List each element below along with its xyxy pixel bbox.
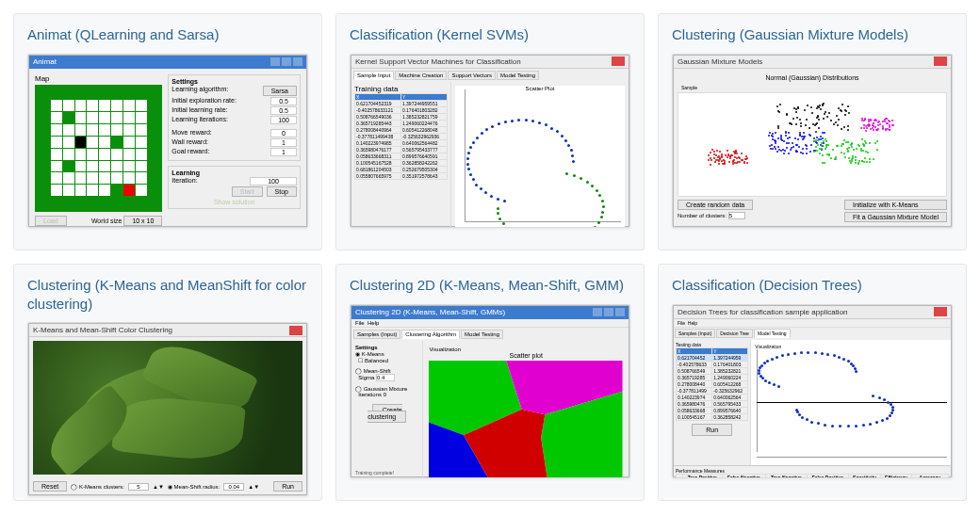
create-random-button[interactable]: Create random data xyxy=(678,200,753,210)
run-button[interactable]: Run xyxy=(273,481,302,492)
voronoi-plot xyxy=(429,361,623,478)
window-title: Animat xyxy=(33,57,57,66)
gmm-scatter-plot xyxy=(678,92,947,197)
lbl: Learning algorithm: xyxy=(172,86,228,96)
card-decision-trees[interactable]: Classification (Decision Trees) Decision… xyxy=(658,264,967,501)
tab[interactable]: Clustering Algorithm xyxy=(401,330,460,339)
learning-label: Learning xyxy=(172,169,200,176)
lbl: Sigma xyxy=(358,375,374,380)
card-title[interactable]: Clustering (Gaussian Mixture Models) xyxy=(672,25,953,44)
start-button[interactable]: Start xyxy=(232,186,263,197)
meanshift-radius-input[interactable] xyxy=(223,483,244,491)
card-animat[interactable]: Animat (QLearning and Sarsa) Animat Map … xyxy=(13,13,322,250)
card-title[interactable]: Classification (Kernel SVMs) xyxy=(350,25,630,44)
move-reward-input[interactable] xyxy=(270,129,297,137)
menu-file[interactable]: File xyxy=(678,320,685,326)
tab[interactable]: Decision Tree xyxy=(716,329,753,338)
thumbnail-animat: Animat Map Load World size 10 x 10 xyxy=(27,54,308,228)
card-clustering-2d[interactable]: Clustering 2D (K-Means, Mean-Shift, GMM)… xyxy=(335,264,645,501)
thumbnail-gmm: Gaussian Mixture Models Normal (Gaussian… xyxy=(672,54,953,228)
spinner-icon[interactable]: ▲▼ xyxy=(248,484,259,490)
svm-scatter-plot: Scatter Plot xyxy=(455,86,625,228)
animat-grid xyxy=(35,85,162,212)
lbl: Learning iterations: xyxy=(172,116,228,124)
settings-label: Settings xyxy=(355,345,378,350)
thumbnail-color-clustering: K-Means and Mean-Shift Color Clustering … xyxy=(27,322,308,496)
tab[interactable]: Model Testing xyxy=(461,330,503,339)
tab[interactable]: Machine Creation xyxy=(395,71,447,80)
kmeans-radio[interactable]: K-Means xyxy=(362,351,384,357)
card-gmm[interactable]: Clustering (Gaussian Mixture Models) Gau… xyxy=(658,13,967,250)
load-button[interactable]: Load xyxy=(35,216,67,226)
learning-rate-input[interactable] xyxy=(270,106,297,115)
window-title: Decision Trees for classification sample… xyxy=(678,308,848,316)
menu-help[interactable]: Help xyxy=(688,320,697,326)
init-kmeans-button[interactable]: Initialize with K-Means xyxy=(844,200,947,210)
reset-button[interactable]: Reset xyxy=(33,481,67,492)
window-title: Gaussian Mixture Models xyxy=(678,57,762,66)
plot-title: Normal (Gaussian) Distributions xyxy=(678,73,947,83)
lbl: Iterations xyxy=(358,392,382,397)
viz-label: Visualization xyxy=(755,344,947,349)
close-icon xyxy=(289,326,302,335)
close-icon xyxy=(612,56,625,66)
dt-data-table: XY0.6217044521.397244959-0.4025786330.17… xyxy=(676,347,748,421)
minimize-icon xyxy=(593,308,602,316)
create-clustering-button[interactable]: Create clustering xyxy=(368,404,406,423)
iteration-value[interactable] xyxy=(250,177,297,185)
wall-reward-input[interactable] xyxy=(270,138,297,147)
tab[interactable]: Model Testing xyxy=(497,71,539,80)
tab[interactable]: Support Vectors xyxy=(448,71,496,80)
card-title[interactable]: Clustering (K-Means and MeanShift for co… xyxy=(27,276,308,313)
num-clusters-input[interactable] xyxy=(728,212,745,219)
stop-button[interactable]: Stop xyxy=(267,186,297,197)
sigma-input[interactable] xyxy=(376,374,395,381)
menu-help[interactable]: Help xyxy=(368,320,379,326)
exploration-input[interactable] xyxy=(270,97,297,105)
lbl: Initial exploration rate: xyxy=(172,97,236,105)
card-grid: Animat (QLearning and Sarsa) Animat Map … xyxy=(13,13,967,501)
menu-file[interactable]: File xyxy=(355,320,365,326)
tab[interactable]: Samples (Input) xyxy=(353,330,400,339)
show-solution-link[interactable]: Show solution xyxy=(172,199,297,205)
tab[interactable]: Sample Input xyxy=(353,71,394,80)
run-button[interactable]: Run xyxy=(692,424,732,436)
leaf-image xyxy=(33,341,302,475)
map-label: Map xyxy=(35,74,162,83)
status-bar: Training complete! xyxy=(355,470,394,476)
card-title[interactable]: Classification (Decision Trees) xyxy=(672,276,953,295)
balanced-check[interactable]: Balanced xyxy=(365,358,388,363)
lbl: Initial learning rate: xyxy=(172,106,227,115)
kmeans-clusters-input[interactable] xyxy=(128,483,149,491)
kmeans-radio[interactable]: ◯ K-Means clusters: xyxy=(71,483,124,490)
dt-scatter-plot: Visualization xyxy=(751,340,951,465)
close-icon xyxy=(934,56,947,66)
fit-gmm-button[interactable]: Fit a Gaussian Mixture Model xyxy=(844,212,947,222)
card-title[interactable]: Animat (QLearning and Sarsa) xyxy=(27,25,308,44)
algo-select[interactable]: Sarsa xyxy=(263,86,297,96)
lbl: Sample xyxy=(681,85,697,90)
meanshift-radio[interactable]: ◉ Mean-Shift radius: xyxy=(168,483,220,490)
window-title: Clustering 2D (K-Means, Mean-Shift, GMMs… xyxy=(355,308,505,316)
maximize-icon xyxy=(604,308,613,316)
goal-reward-input[interactable] xyxy=(270,148,297,156)
tab[interactable]: Model Testing xyxy=(754,329,791,338)
close-icon xyxy=(293,57,302,66)
window-title: K-Means and Mean-Shift Color Clustering xyxy=(33,326,172,334)
card-color-clustering[interactable]: Clustering (K-Means and MeanShift for co… xyxy=(13,264,322,501)
card-title[interactable]: Clustering 2D (K-Means, Mean-Shift, GMM) xyxy=(350,276,630,295)
thumbnail-svm: Kernel Support Vector Machines for Class… xyxy=(350,54,630,228)
plot-title: Scatter Plot xyxy=(455,86,625,91)
lbl: Number of clusters: xyxy=(678,213,727,218)
world-size-label: World size xyxy=(91,218,122,224)
thumbnail-decision-trees: Decision Trees for classification sample… xyxy=(672,304,953,478)
world-size-value[interactable]: 10 x 10 xyxy=(123,216,162,226)
spinner-icon[interactable]: ▲▼ xyxy=(153,484,164,490)
iterations-input[interactable] xyxy=(270,116,297,124)
lbl: Move reward: xyxy=(172,129,211,137)
iterations-value: 0 xyxy=(384,392,386,397)
tab[interactable]: Samples (Input) xyxy=(675,329,715,338)
lbl: Iteration: xyxy=(172,177,197,185)
card-svm[interactable]: Classification (Kernel SVMs) Kernel Supp… xyxy=(335,13,645,250)
close-icon xyxy=(934,307,947,316)
